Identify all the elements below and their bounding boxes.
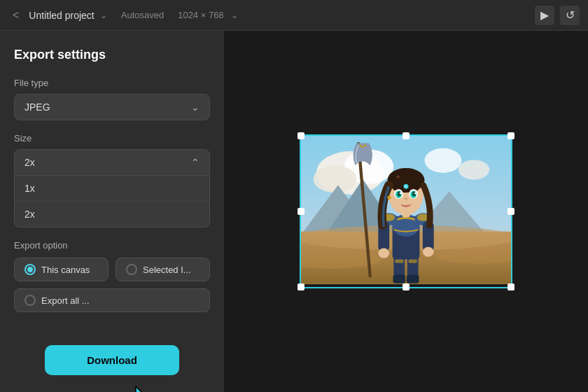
svg-rect-44: [393, 275, 405, 284]
svg-point-5: [424, 148, 461, 173]
export-option-section: Export option This canvas Selected I... …: [14, 240, 210, 312]
option-this-canvas[interactable]: This canvas: [14, 258, 108, 281]
svg-point-27: [398, 169, 413, 179]
project-chevron-icon[interactable]: ⌄: [100, 10, 107, 20]
top-bar: < Untitled project ⌄ Autosaved 1024 × 76…: [0, 0, 588, 31]
main-layout: Export settings File type JPEG ⌄ Size 2x…: [0, 31, 588, 392]
handle-bot-mid[interactable]: [402, 284, 410, 290]
svg-rect-40: [393, 253, 405, 278]
svg-rect-42: [395, 260, 403, 263]
svg-rect-41: [407, 253, 419, 278]
handle-bot-right[interactable]: [507, 284, 514, 290]
option-selected-label: Selected I...: [143, 265, 191, 275]
svg-point-37: [405, 186, 407, 188]
svg-marker-0: [136, 386, 148, 392]
image-frame: [300, 134, 512, 288]
handle-mid-right[interactable]: [507, 208, 514, 215]
option-export-all[interactable]: Export all ...: [14, 288, 210, 312]
svg-point-22: [378, 248, 389, 258]
file-type-label: File type: [14, 78, 210, 88]
option-this-canvas-label: This canvas: [41, 265, 90, 275]
export-settings-panel: Export settings File type JPEG ⌄ Size 2x…: [0, 31, 224, 392]
handle-bot-left[interactable]: [298, 284, 304, 290]
top-bar-actions: ▶ ↺: [535, 6, 580, 25]
size-select[interactable]: 2x ⌃: [14, 149, 210, 176]
size-section: Size 2x ⌃ 1x 2x: [14, 133, 210, 240]
svg-point-23: [423, 247, 434, 257]
size-chevron-icon: ⌃: [191, 157, 200, 168]
file-type-value: JPEG: [24, 102, 50, 113]
canvas-area: [224, 31, 588, 392]
svg-rect-45: [407, 275, 419, 284]
nav-back-button[interactable]: <: [8, 6, 23, 24]
size-options-list: 1x 2x: [14, 176, 210, 227]
handle-top-mid[interactable]: [402, 132, 410, 139]
radio-indicator-export-all: [24, 295, 36, 306]
option-selected[interactable]: Selected I...: [115, 258, 210, 281]
file-type-chevron-icon: ⌄: [191, 102, 200, 113]
handle-mid-left[interactable]: [298, 208, 304, 215]
handle-top-right[interactable]: [507, 132, 514, 139]
radio-indicator-selected: [126, 264, 137, 275]
svg-point-6: [458, 160, 489, 180]
size-option-2x[interactable]: 2x: [15, 202, 209, 227]
character-illustration: [301, 136, 511, 284]
dimensions-chevron-icon[interactable]: ⌄: [231, 10, 238, 20]
svg-point-34: [400, 192, 402, 195]
size-value: 2x: [24, 157, 35, 168]
svg-point-38: [388, 196, 391, 200]
download-button[interactable]: Download: [45, 345, 179, 375]
svg-point-35: [414, 192, 416, 195]
play-button[interactable]: ▶: [535, 6, 554, 25]
handle-top-left[interactable]: [298, 132, 304, 139]
radio-group-row1: This canvas Selected I...: [14, 258, 210, 281]
svg-point-4: [314, 165, 357, 192]
option-export-all-label: Export all ...: [41, 295, 90, 306]
canvas-dimensions: 1024 × 768: [178, 10, 223, 20]
radio-indicator-this-canvas: [24, 264, 36, 275]
download-area: Download: [14, 345, 210, 375]
project-name: Untitled project: [29, 10, 94, 21]
autosaved-status: Autosaved: [121, 10, 164, 20]
size-option-1x[interactable]: 1x: [15, 176, 209, 202]
rotate-button[interactable]: ↺: [560, 6, 580, 25]
top-bar-left: < Untitled project ⌄ Autosaved 1024 × 76…: [8, 6, 238, 24]
svg-rect-43: [409, 260, 417, 263]
file-type-select[interactable]: JPEG ⌄: [14, 94, 210, 120]
export-option-label: Export option: [14, 240, 210, 251]
size-label: Size: [14, 133, 210, 144]
panel-title: Export settings: [14, 48, 210, 62]
